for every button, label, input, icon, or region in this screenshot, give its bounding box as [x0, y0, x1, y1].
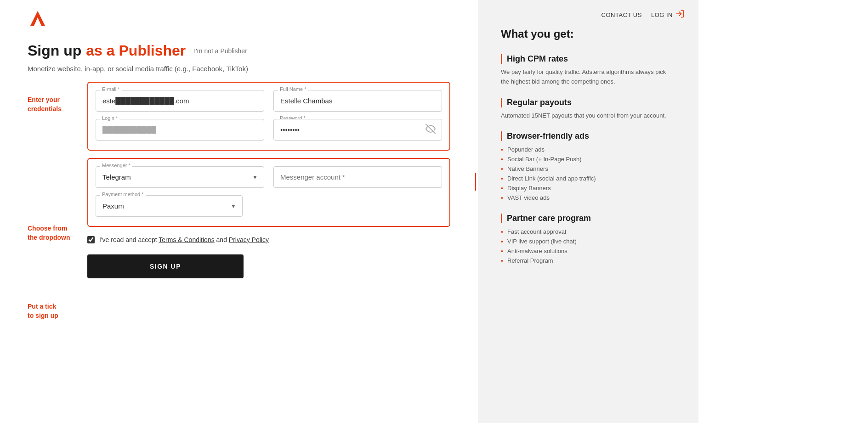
not-publisher-link[interactable]: I'm not a Publisher [194, 47, 247, 55]
top-nav: CONTACT US LOG IN [601, 9, 685, 20]
messenger-select[interactable]: Telegram Skype WhatsApp Discord [96, 166, 264, 188]
terms-label[interactable]: I've read and accept Terms & Conditions … [99, 236, 269, 243]
privacy-link[interactable]: Privacy Policy [229, 236, 269, 243]
login-label: Login * [100, 115, 119, 121]
email-input[interactable] [96, 90, 264, 112]
title-black: Sign up [28, 42, 81, 59]
messenger-label: Messenger * [100, 163, 132, 168]
what-you-get-title: What you get: [501, 28, 675, 40]
benefit-ads-list: Popunder ads Social Bar (+ In-Page Push)… [501, 145, 675, 203]
credentials-section: E-mail * Full Name * Login * Pa [87, 82, 450, 151]
login-field-wrapper: Login * [96, 119, 264, 141]
benefit-payouts-text: Automated 15NET payouts that you control… [501, 111, 675, 121]
list-item: Direct Link (social and app traffic) [501, 174, 675, 183]
benefit-cpm-title: High CPM rates [501, 54, 675, 64]
list-item: VIP live support (live chat) [501, 237, 675, 246]
signup-button[interactable]: SIGN UP [87, 254, 244, 278]
page-title-area: Sign up as a Publisher I'm not a Publish… [28, 42, 450, 59]
benefit-partner: Partner care program Fast account approv… [501, 214, 675, 265]
list-item: Popunder ads [501, 145, 675, 154]
annotation-dropdown: Choose fromthe dropdown [28, 224, 70, 242]
list-item: Native Banners [501, 164, 675, 174]
benefit-cpm-text: We pay fairly for quality traffic. Adste… [501, 68, 675, 87]
benefit-ads-title: Browser-friendly ads [501, 131, 675, 141]
messenger-account-input[interactable] [273, 166, 442, 188]
benefit-partner-list: Fast account approval VIP live support (… [501, 227, 675, 265]
title-red: as a Publisher [86, 42, 186, 59]
terms-checkbox[interactable] [87, 236, 95, 243]
login-text: LOG IN [651, 11, 673, 18]
payment-label: Payment method * [100, 192, 146, 197]
payment-select-wrapper: Payment method * Paxum PayPal Wire Trans… [96, 195, 243, 217]
checkbox-text-middle: and [215, 236, 229, 243]
list-item: Referral Program [501, 256, 675, 265]
list-item: Display Banners [501, 183, 675, 193]
adsterra-logo[interactable] [28, 8, 48, 28]
checkbox-text-before: I've read and accept [99, 236, 159, 243]
list-item: Social Bar (+ In-Page Push) [501, 154, 675, 164]
terms-link[interactable]: Terms & Conditions [159, 236, 214, 243]
sidebar: CONTACT US LOG IN What you get: High CPM… [478, 0, 698, 423]
login-input[interactable] [96, 119, 264, 141]
fullname-input[interactable] [273, 90, 442, 112]
annotation-tick: Put a tickto sign up [28, 302, 58, 320]
fullname-label: Full Name * [278, 86, 308, 92]
fullname-field-wrapper: Full Name * [273, 90, 442, 112]
messenger-section: Enter youraccount name Messenger * Teleg… [87, 158, 450, 227]
benefit-ads: Browser-friendly ads Popunder ads Social… [501, 131, 675, 203]
payment-select[interactable]: Paxum PayPal Wire Transfer Webmoney Bitc… [96, 195, 243, 217]
annotation-credentials: Enter yourcredentials [28, 96, 62, 113]
benefit-payouts: Regular payouts Automated 15NET payouts … [501, 98, 675, 121]
login-icon [675, 9, 685, 20]
password-input[interactable] [273, 119, 442, 141]
contact-us-link[interactable]: CONTACT US [601, 11, 642, 18]
messenger-account-wrapper [273, 166, 442, 188]
list-item: VAST video ads [501, 193, 675, 203]
terms-checkbox-row: I've read and accept Terms & Conditions … [87, 236, 450, 243]
email-label: E-mail * [100, 86, 122, 92]
list-item: Anti-malware solutions [501, 246, 675, 256]
login-link[interactable]: LOG IN [651, 9, 685, 20]
benefit-payouts-title: Regular payouts [501, 98, 675, 107]
eye-toggle-icon[interactable] [425, 124, 436, 136]
messenger-select-wrapper: Messenger * Telegram Skype WhatsApp Disc… [96, 166, 264, 188]
list-item: Fast account approval [501, 227, 675, 237]
page-subtitle: Monetize website, in-app, or social medi… [28, 65, 450, 73]
password-field-wrapper: Password * [273, 119, 442, 141]
benefit-cpm: High CPM rates We pay fairly for quality… [501, 54, 675, 87]
email-field-wrapper: E-mail * [96, 90, 264, 112]
benefit-partner-title: Partner care program [501, 214, 675, 223]
